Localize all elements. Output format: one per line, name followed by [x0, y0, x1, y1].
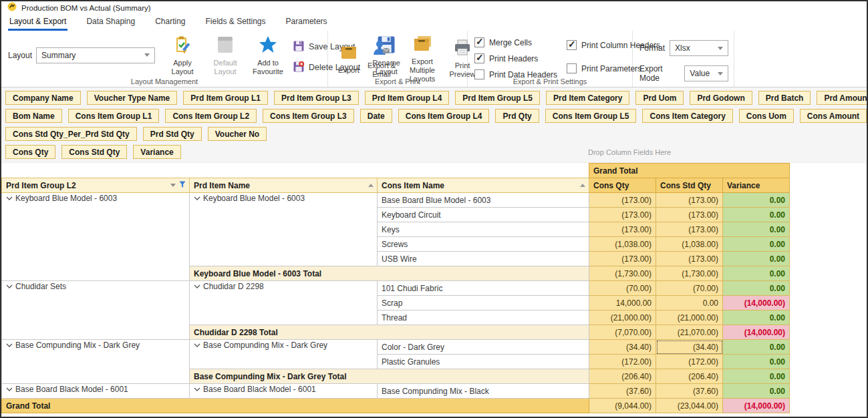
collapse-chevron-icon[interactable]: [194, 385, 200, 394]
column-header-prd-item-group-l2[interactable]: Prd Item Group L2: [2, 178, 190, 193]
merge-cells-checkbox[interactable]: Merge Cells: [474, 37, 557, 47]
tab-layout-export[interactable]: Layout & Export: [8, 15, 67, 31]
field-chip[interactable]: Cons Amount: [800, 109, 867, 123]
grand-total-label-cell[interactable]: Grand Total: [2, 399, 589, 413]
row-prd-cell[interactable]: Base Board Black Model - 6001: [190, 384, 378, 399]
value-cell[interactable]: (173.00): [589, 193, 656, 208]
data-field-chip[interactable]: Cons Qty: [5, 145, 55, 159]
collapse-chevron-icon[interactable]: [6, 341, 13, 350]
column-header-prd-item-name[interactable]: Prd Item Name: [190, 178, 378, 193]
value-cell[interactable]: (70.00): [656, 281, 723, 296]
value-cell[interactable]: (23,044.00): [656, 399, 723, 413]
column-header-cons-std-qty[interactable]: Cons Std Qty: [656, 178, 723, 193]
value-cell[interactable]: (206.40): [589, 369, 656, 384]
value-cell[interactable]: (173.00): [589, 252, 656, 266]
cons-item-cell[interactable]: USB Wire: [378, 252, 589, 266]
cons-item-cell[interactable]: Color - Dark Grey: [378, 340, 589, 355]
value-cell[interactable]: (1,038.00): [589, 237, 656, 252]
field-chip[interactable]: Cons Item Group L3: [263, 109, 354, 123]
variance-cell[interactable]: 0.00: [723, 237, 790, 252]
data-field-chip[interactable]: Variance: [133, 145, 180, 159]
tab-parameters[interactable]: Parameters: [285, 15, 329, 31]
sort-asc-icon[interactable]: [580, 184, 585, 187]
cons-item-cell[interactable]: Plastic Granules: [378, 355, 589, 369]
variance-cell[interactable]: 0.00: [723, 266, 790, 281]
row-prd-cell[interactable]: Base Compunding Mix - Dark Grey: [190, 340, 378, 369]
value-cell[interactable]: (21,070.00): [656, 325, 723, 340]
layout-select[interactable]: Summary: [36, 47, 155, 63]
variance-cell[interactable]: (14,000.00): [723, 325, 790, 340]
field-chip[interactable]: Voucher No: [208, 127, 267, 141]
column-header-variance[interactable]: Variance: [723, 178, 790, 193]
value-cell[interactable]: (173.00): [656, 193, 723, 208]
row-group-cell[interactable]: Keyboard Blue Model - 6003: [2, 193, 190, 281]
cons-item-cell[interactable]: Base Board Blue Model - 6003: [378, 193, 589, 208]
value-cell[interactable]: (7,070.00): [589, 325, 656, 340]
cons-item-cell[interactable]: Base Compunding Mix - Black: [378, 384, 589, 399]
collapse-chevron-icon[interactable]: [194, 341, 200, 350]
checkbox-icon[interactable]: [474, 37, 484, 47]
data-field-chip[interactable]: Cons Std Qty: [61, 145, 127, 159]
value-cell[interactable]: (21,000.00): [589, 310, 656, 325]
value-cell[interactable]: (173.00): [656, 252, 723, 266]
grand-total-column-header[interactable]: Grand Total: [589, 164, 790, 178]
value-cell[interactable]: (1,038.00): [656, 237, 723, 252]
variance-cell[interactable]: 0.00: [723, 310, 790, 325]
variance-cell[interactable]: 0.00: [723, 355, 790, 369]
field-chip[interactable]: Cons Item Group L5: [545, 109, 637, 123]
export-email-button[interactable]: Export & Email: [366, 39, 398, 79]
cons-item-cell[interactable]: Keyboard Circuit: [378, 208, 589, 222]
checkbox-icon[interactable]: [474, 53, 484, 63]
apply-layout-button[interactable]: Apply Layout: [164, 35, 200, 76]
variance-cell[interactable]: (14,000.00): [723, 399, 790, 413]
field-chip[interactable]: Prd Amount: [817, 91, 868, 105]
row-prd-cell[interactable]: Keyboard Blue Model - 6003: [190, 193, 378, 266]
variance-cell[interactable]: 0.00: [723, 281, 790, 296]
add-to-favourite-button[interactable]: Add to Favourite: [250, 35, 286, 76]
field-chip[interactable]: Prd Item Group L1: [183, 91, 268, 105]
print-headers-checkbox[interactable]: Print Headers: [474, 53, 557, 63]
default-layout-button[interactable]: Default Layout: [207, 35, 243, 76]
field-chip[interactable]: Prd Qty: [495, 109, 539, 123]
value-cell[interactable]: (70.00): [589, 281, 656, 296]
field-chip[interactable]: Prd Uom: [635, 91, 684, 105]
cons-item-cell[interactable]: Keys: [378, 222, 589, 237]
value-cell[interactable]: (173.00): [589, 208, 656, 222]
collapse-chevron-icon[interactable]: [194, 194, 200, 203]
export-button[interactable]: Export: [335, 43, 363, 75]
variance-cell[interactable]: 0.00: [723, 222, 790, 237]
cons-item-cell[interactable]: Thread: [378, 310, 589, 325]
value-cell[interactable]: (173.00): [656, 208, 723, 222]
value-cell[interactable]: (9,044.00): [589, 399, 656, 413]
cons-item-cell[interactable]: 101 Chudi Fabric: [378, 281, 589, 296]
value-cell[interactable]: (1,730.00): [656, 266, 723, 281]
subtotal-label-cell[interactable]: Chudidar D 2298 Total: [190, 325, 589, 340]
variance-cell[interactable]: 0.00: [723, 384, 790, 399]
value-cell[interactable]: (173.00): [589, 222, 656, 237]
row-group-cell[interactable]: Chudidar Sets: [2, 281, 190, 340]
variance-cell[interactable]: 0.00: [723, 252, 790, 266]
column-header-cons-qty[interactable]: Cons Qty: [589, 178, 656, 193]
value-cell[interactable]: (206.40): [656, 369, 723, 384]
format-select[interactable]: Xlsx: [670, 40, 728, 56]
row-prd-cell[interactable]: Chudidar D 2298: [190, 281, 378, 325]
checkbox-icon[interactable]: [567, 63, 577, 73]
field-chip[interactable]: Cons Item Group L4: [398, 109, 490, 123]
collapse-chevron-icon[interactable]: [6, 194, 13, 203]
variance-cell[interactable]: 0.00: [723, 369, 790, 384]
collapse-chevron-icon[interactable]: [6, 282, 13, 291]
tab-charting[interactable]: Charting: [154, 15, 186, 31]
variance-cell[interactable]: 0.00: [723, 340, 790, 355]
row-group-cell[interactable]: Base Compunding Mix - Dark Grey: [2, 340, 190, 384]
value-cell[interactable]: (37.60): [656, 384, 723, 399]
value-cell[interactable]: (34.40): [589, 340, 656, 355]
field-chip[interactable]: Prd Batch: [758, 91, 811, 105]
checkbox-icon[interactable]: [567, 40, 577, 50]
field-chip[interactable]: Company Name: [5, 91, 81, 105]
variance-cell[interactable]: 0.00: [723, 208, 790, 222]
export-multiple-layouts-button[interactable]: Export Multiple Layouts: [400, 35, 444, 83]
tab-fields-settings[interactable]: Fields & Settings: [204, 15, 267, 31]
field-chip[interactable]: Voucher Type Name: [87, 91, 178, 105]
collapse-chevron-icon[interactable]: [194, 282, 200, 291]
column-header-cons-item-name[interactable]: Cons Item Name: [378, 178, 589, 193]
